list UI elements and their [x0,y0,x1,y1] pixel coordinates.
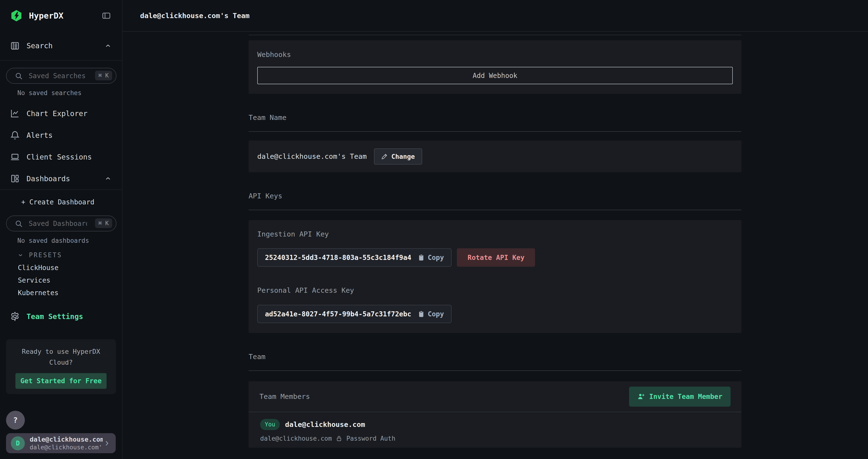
create-dashboard-button[interactable]: + Create Dashboard [0,190,122,214]
team-settings-label: Team Settings [27,312,83,321]
avatar: D [11,436,25,450]
team-members-card: Team Members Invite Team Member [249,381,741,448]
clipboard-icon [417,254,425,261]
search-icon [15,220,23,228]
cloud-promo-line1: Ready to use HyperDX [6,346,116,357]
gear-icon [10,311,20,322]
chevron-up-icon [104,41,112,50]
copy-control[interactable]: Copy [417,254,444,262]
main-header: dale@clickhouse.com's Team [123,0,868,32]
change-team-name-button[interactable]: Change [374,148,422,165]
add-webhook-button[interactable]: Add Webhook [257,67,733,84]
cloud-promo-card: Ready to use HyperDX Cloud? Get Started … [6,339,116,394]
personal-key-label: Personal API Access Key [257,286,733,294]
sidebar-item-label: Search [27,41,104,50]
shortcut-badge: ⌘ K [95,219,112,228]
logo-row: HyperDX [0,0,122,31]
webhooks-title: Webhooks [257,51,733,59]
sidebar-item-alerts[interactable]: Alerts [0,124,122,146]
app-root: HyperDX Search [0,0,868,459]
divider [249,210,741,210]
api-keys-section-title: API Keys [249,192,741,201]
preset-item-clickhouse[interactable]: ClickHouse [0,262,122,274]
sidebar-item-label: Dashboards [27,174,104,183]
sidebar-item-client-sessions[interactable]: Client Sessions [0,146,122,168]
team-members-title: Team Members [259,393,629,401]
user-meta: dale@clickhouse.com dale@clickhouse.com'… [30,435,103,451]
divider [249,370,741,371]
line-chart-icon [10,108,20,119]
team-section-title: Team [249,352,741,361]
scrolled-card-edge [249,35,741,35]
get-started-button[interactable]: Get Started for Free [16,373,106,389]
sidebar-item-dashboards[interactable]: Dashboards [0,168,122,190]
sidebar-item-search[interactable]: Search [0,31,122,61]
user-team: dale@clickhouse.com's [30,443,103,451]
personal-key-value: ad52a41e-8027-4f57-99b4-5a7c31f72ebc [265,310,411,318]
lock-icon [336,435,342,442]
presets-toggle[interactable]: PRESETS [0,250,122,260]
main-area: dale@clickhouse.com's Team Webhooks Add … [123,0,868,459]
chevron-right-icon [103,439,111,448]
invite-label: Invite Team Member [649,393,722,401]
invite-team-member-button[interactable]: Invite Team Member [629,386,731,407]
preset-item-kubernetes[interactable]: Kubernetes [0,287,122,299]
ingestion-key-chip[interactable]: 25240312-5dd3-4718-803a-55c3c184f9a4 Cop… [257,248,452,267]
chevron-up-icon [104,174,112,183]
hyperdx-logo-icon [10,9,23,22]
team-name-value: dale@clickhouse.com's Team [257,152,367,161]
team-name-section-title: Team Name [249,113,741,122]
sidebar-item-label: Alerts [27,131,112,140]
api-keys-card: Ingestion API Key 25240312-5dd3-4718-803… [249,220,741,333]
no-saved-dashboards-text: No saved dashboards [0,237,122,245]
pencil-icon [381,153,388,160]
laptop-icon [10,151,20,162]
clipboard-icon [417,310,425,318]
bell-icon [10,130,20,140]
sidebar-nav: Chart Explorer Alerts Client Sessions [0,103,122,190]
search-icon [15,72,23,80]
help-button[interactable]: ? [6,411,25,430]
ingestion-key-value: 25240312-5dd3-4718-803a-55c3c184f9a4 [265,254,411,262]
member-email: dale@clickhouse.com [260,435,332,442]
user-plus-icon [637,393,645,400]
preset-item-services[interactable]: Services [0,274,122,287]
user-name: dale@clickhouse.com [30,435,103,443]
change-label: Change [391,153,415,160]
content: Webhooks Add Webhook Team Name dale@clic… [123,35,741,448]
no-saved-searches-text: No saved searches [0,89,122,97]
saved-searches-search: ⌘ K [6,68,116,84]
divider [249,131,741,132]
auth-method: Password Auth [346,435,396,442]
search-panel-icon [10,40,20,51]
sidebar-collapse-icon[interactable] [101,10,112,21]
chevron-down-icon [17,252,24,259]
app-title: HyperDX [29,11,101,21]
copy-label: Copy [428,310,444,318]
copy-label: Copy [428,254,444,262]
presets-list: ClickHouse Services Kubernetes [0,262,122,299]
page-title: dale@clickhouse.com's Team [140,11,250,20]
member-name: dale@clickhouse.com [285,421,365,429]
presets-label: PRESETS [29,252,62,259]
user-menu[interactable]: D dale@clickhouse.com dale@clickhouse.co… [6,433,116,453]
cloud-promo-line2: Cloud? [6,357,116,368]
dashboards-icon [10,173,20,184]
shortcut-badge: ⌘ K [95,71,112,80]
team-name-card: dale@clickhouse.com's Team Change [249,140,741,172]
sidebar-item-chart-explorer[interactable]: Chart Explorer [0,103,122,124]
cloud-promo-text: Ready to use HyperDX Cloud? [6,346,116,368]
rotate-api-key-button[interactable]: Rotate API Key [457,248,535,267]
sidebar-item-team-settings[interactable]: Team Settings [0,307,122,326]
webhooks-card: Webhooks Add Webhook [249,40,741,94]
personal-key-chip[interactable]: ad52a41e-8027-4f57-99b4-5a7c31f72ebc Cop… [257,305,452,323]
member-row: You dale@clickhouse.com dale@clickhouse.… [249,412,741,442]
copy-control[interactable]: Copy [417,310,444,318]
ingestion-key-label: Ingestion API Key [257,230,733,238]
you-badge: You [260,419,280,430]
sidebar: HyperDX Search [0,0,123,459]
saved-dashboards-search: ⌘ K [6,216,116,231]
sidebar-item-label: Client Sessions [27,153,112,161]
sidebar-item-label: Chart Explorer [27,109,112,118]
